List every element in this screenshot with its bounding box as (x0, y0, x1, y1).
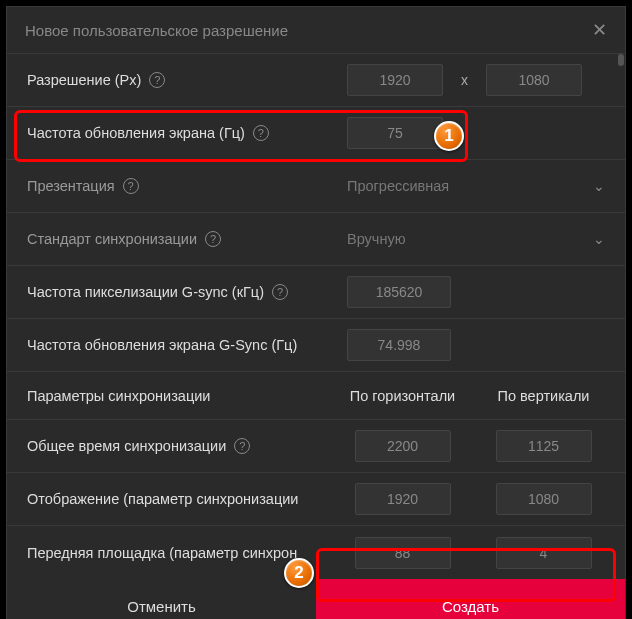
resolution-width-input[interactable]: 1920 (347, 64, 443, 96)
help-icon[interactable]: ? (149, 72, 165, 88)
pixel-clock-input[interactable]: 185620 (347, 276, 451, 308)
resolution-height-input[interactable]: 1080 (486, 64, 582, 96)
sync-params-label: Параметры синхронизации (27, 388, 210, 404)
row-total-sync-time: Общее время синхронизации ? 2200 1125 (7, 420, 625, 473)
front-porch-vert-input[interactable]: 4 (496, 537, 592, 569)
help-icon[interactable]: ? (123, 178, 139, 194)
column-vertical: По вертикали (498, 388, 590, 404)
chevron-down-icon: ⌄ (593, 178, 605, 194)
total-sync-time-label: Общее время синхронизации (27, 438, 226, 454)
row-sync-standard[interactable]: Стандарт синхронизации ? Вручную ⌄ (7, 213, 625, 266)
row-presentation[interactable]: Презентация ? Прогрессивная ⌄ (7, 160, 625, 213)
dialog-title: Новое пользовательское разрешение (25, 22, 288, 39)
refresh-rate-input[interactable]: 75 (347, 117, 443, 149)
row-display-sync: Отображение (параметр синхронизации 1920… (7, 473, 625, 526)
custom-resolution-dialog: Новое пользовательское разрешение ✕ Разр… (6, 6, 626, 619)
presentation-value: Прогрессивная (347, 178, 581, 194)
sync-standard-value: Вручную (347, 231, 581, 247)
column-horizontal: По горизонтали (350, 388, 455, 404)
help-icon[interactable]: ? (253, 125, 269, 141)
create-button[interactable]: Создать (316, 579, 625, 619)
row-front-porch: Передняя площадка (параметр синхрон 88 4 (7, 526, 625, 579)
chevron-down-icon: ⌄ (593, 231, 605, 247)
display-sync-label: Отображение (параметр синхронизации (27, 491, 298, 507)
gsync-refresh-input[interactable]: 74.998 (347, 329, 451, 361)
total-time-vert-input[interactable]: 1125 (496, 430, 592, 462)
display-vert-input[interactable]: 1080 (496, 483, 592, 515)
dialog-body: Разрешение (Px) ? 1920 x 1080 Частота об… (7, 54, 625, 579)
annotation-marker-1: 1 (434, 121, 464, 151)
front-porch-label: Передняя площадка (параметр синхрон (27, 545, 297, 561)
cancel-button[interactable]: Отменить (7, 579, 316, 619)
front-porch-horiz-input[interactable]: 88 (355, 537, 451, 569)
dialog-footer: Отменить Создать (7, 579, 625, 619)
dialog-titlebar: Новое пользовательское разрешение ✕ (7, 7, 625, 54)
row-sync-params-header: Параметры синхронизации По горизонтали П… (7, 372, 625, 420)
row-pixel-clock: Частота пикселизации G-sync (кГц) ? 1856… (7, 266, 625, 319)
sync-standard-label: Стандарт синхронизации (27, 231, 197, 247)
row-gsync-refresh: Частота обновления экрана G-Sync (Гц) 74… (7, 319, 625, 372)
resolution-label: Разрешение (Px) (27, 72, 141, 88)
pixel-clock-label: Частота пикселизации G-sync (кГц) (27, 284, 264, 300)
help-icon[interactable]: ? (234, 438, 250, 454)
row-refresh-rate: Частота обновления экрана (Гц) ? 75 (7, 107, 625, 160)
refresh-rate-label: Частота обновления экрана (Гц) (27, 125, 245, 141)
close-icon[interactable]: ✕ (592, 21, 607, 39)
scrollbar[interactable] (618, 54, 624, 66)
display-horiz-input[interactable]: 1920 (355, 483, 451, 515)
total-time-horiz-input[interactable]: 2200 (355, 430, 451, 462)
row-resolution: Разрешение (Px) ? 1920 x 1080 (7, 54, 625, 107)
x-separator: x (455, 72, 474, 88)
help-icon[interactable]: ? (205, 231, 221, 247)
annotation-marker-2: 2 (284, 558, 314, 588)
presentation-label: Презентация (27, 178, 115, 194)
gsync-refresh-label: Частота обновления экрана G-Sync (Гц) (27, 337, 297, 353)
help-icon[interactable]: ? (272, 284, 288, 300)
